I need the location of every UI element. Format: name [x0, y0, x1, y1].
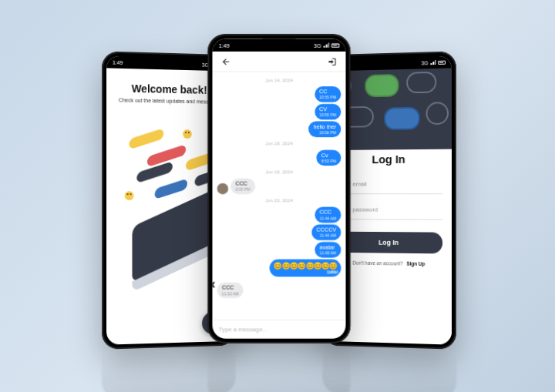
welcome-title: Welcome back! — [132, 82, 207, 96]
status-net: 3G — [314, 42, 321, 48]
speech-bubble-icon — [426, 102, 449, 125]
signup-link[interactable]: Sign Up — [406, 261, 425, 266]
sent-message[interactable]: hello ther10:56 PM — [308, 121, 341, 137]
message-time: 11:44 AM — [319, 216, 336, 220]
sent-message[interactable]: CC10:55 PM — [314, 86, 341, 102]
message-text: CCC — [235, 181, 247, 186]
message-time: 11:44 AM — [317, 233, 337, 238]
emoji-icon — [125, 191, 134, 200]
login-button[interactable]: Log In — [335, 232, 442, 254]
message-input[interactable]: Type a message... — [212, 320, 345, 339]
phone-chat: 1:49 3G Jun 14, 2024 CC10:55 PM CV10:55 — [207, 34, 350, 343]
signal-icon — [324, 42, 329, 47]
sent-message[interactable]: CCC11:44 AM — [314, 207, 341, 223]
battery-icon — [331, 43, 339, 47]
message-text: CC — [319, 89, 327, 94]
bubble-icon — [130, 128, 164, 149]
message-text: CCC — [222, 285, 234, 290]
message-text: CCCCV — [317, 226, 337, 232]
welcome-subtitle: Check out the latest updates and message… — [119, 97, 220, 104]
sent-message[interactable]: Cv8:53 PM — [317, 150, 341, 166]
message-placeholder: Type a message... — [219, 326, 267, 333]
message-time: 10:56 PM — [313, 130, 336, 135]
message-time: 3:22 PM — [235, 187, 250, 192]
chat-scroll[interactable]: Jun 14, 2024 CC10:55 PM CV10:55 PM hello… — [212, 72, 345, 320]
date-separator: Jun 14, 2024 — [217, 78, 341, 82]
notch — [154, 57, 185, 65]
date-separator: Jun 19, 2024 — [217, 169, 341, 174]
message-time: 11:22 AM — [222, 291, 239, 296]
logout-icon — [328, 57, 337, 66]
message-time: 10:55 PM — [319, 112, 336, 117]
avatar[interactable] — [217, 183, 228, 194]
speech-bubble-icon — [365, 74, 399, 97]
status-time: 1:49 — [113, 59, 123, 65]
arrow-left-icon — [221, 57, 230, 66]
battery-icon — [438, 60, 446, 64]
sent-message[interactable]: CCCCV11:44 AM — [311, 224, 341, 240]
message-text: avatar — [319, 244, 335, 250]
message-time: 10:55 PM — [319, 95, 336, 99]
date-separator: Jun 18, 2024 — [217, 141, 341, 146]
signup-prompt: Don't have an account? — [352, 260, 402, 266]
signal-icon — [430, 60, 436, 65]
received-message[interactable]: CCC11:22 AM — [217, 283, 244, 299]
sent-message[interactable]: CV10:55 PM — [314, 104, 341, 120]
speech-bubble-icon — [406, 72, 436, 94]
logout-button[interactable] — [325, 54, 340, 69]
message-text: hello ther — [313, 124, 336, 129]
message-time: 11:48 AM — [319, 250, 336, 255]
email-field[interactable]: Enter email — [335, 174, 442, 194]
signup-row: Don't have an account? Sign Up — [335, 260, 442, 267]
notch — [262, 39, 295, 46]
login-title: Log In — [335, 152, 442, 166]
button-label: Log In — [378, 239, 399, 246]
status-time: 1:49 — [219, 42, 230, 48]
message-text: 😊😊😊😊😊😊😊😊 — [274, 262, 337, 270]
date-separator: Jun 20, 2024 — [217, 198, 341, 203]
status-net: 3G — [421, 60, 428, 65]
speech-bubble-icon — [384, 107, 420, 130]
sent-message[interactable]: avatar11:48 AM — [314, 242, 341, 258]
notch — [373, 57, 404, 65]
message-text: CV — [319, 106, 327, 112]
emoji-icon — [183, 129, 191, 139]
password-field[interactable]: Enter password — [335, 200, 442, 220]
received-message[interactable]: CCC3:22 PM — [230, 179, 255, 195]
message-time: 8:53 PM — [321, 159, 336, 163]
message-time: 11:48 AM — [274, 270, 337, 274]
message-text: CCC — [319, 209, 331, 215]
chevron-left-icon: ‹ — [212, 276, 215, 293]
message-text: Cv — [321, 152, 328, 158]
back-button[interactable] — [219, 54, 234, 69]
sent-message[interactable]: 😊😊😊😊😊😊😊😊11:48 AM — [270, 260, 341, 277]
